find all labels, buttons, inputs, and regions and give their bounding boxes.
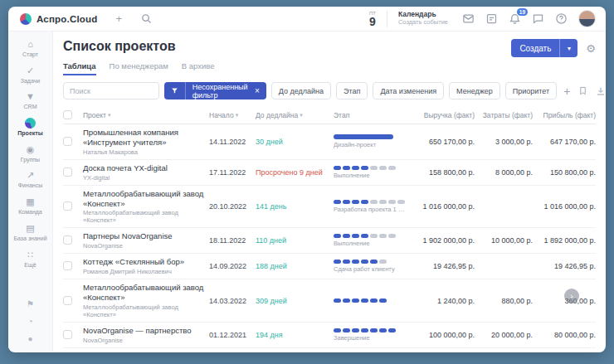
filter-button[interactable]: Дата изменения: [373, 82, 444, 99]
table-row[interactable]: Металлообрабатывающий завод «Конспект» М…: [63, 279, 596, 323]
search-icon[interactable]: [140, 12, 153, 25]
table-row[interactable]: NovaOrganise — партнерство NovaOrganise …: [63, 323, 596, 348]
profit-value: 19 426,95 р.: [533, 262, 596, 270]
stage-progress-bar: [334, 298, 407, 303]
page-settings-gear-icon[interactable]: ⚙: [586, 43, 596, 54]
stage-segment: [388, 234, 396, 238]
row-checkbox[interactable]: [63, 330, 72, 339]
sidebar-item-ещё[interactable]: ∷Ещё: [8, 246, 52, 273]
active-filter-chip[interactable]: Несохраненный фильтр ×: [164, 82, 266, 99]
notifications-bell-icon[interactable]: 19: [509, 12, 521, 25]
sidebar-item-crm[interactable]: ▼CRM: [8, 88, 52, 114]
scroll-right-button[interactable]: ›: [564, 289, 579, 303]
filter-button[interactable]: Приоритет: [505, 82, 557, 99]
filter-button[interactable]: Этап: [336, 82, 368, 99]
row-checkbox[interactable]: [63, 296, 72, 305]
search-input[interactable]: [63, 82, 159, 99]
project-title[interactable]: Партнеры NovaOrganise: [83, 231, 209, 241]
tab-archived[interactable]: В архиве: [182, 61, 215, 75]
row-checkbox[interactable]: [63, 167, 72, 177]
project-title[interactable]: Металлообрабатывающий завод «Конспект»: [83, 283, 209, 303]
column-header-profit[interactable]: Прибыль (факт): [533, 111, 596, 119]
project-title[interactable]: Коттедж «Стеклянный бор»: [83, 257, 209, 267]
add-filter-icon[interactable]: +: [562, 85, 572, 98]
sidebar-item-финансы[interactable]: ↗Финансы: [8, 167, 52, 193]
start-date: 14.03.2022: [209, 297, 256, 305]
help-icon[interactable]: [555, 12, 568, 25]
stage-segment: [334, 166, 341, 170]
profit-value: 647 170,00 р.: [533, 138, 596, 146]
sidebar-item-старт[interactable]: ⌂Старт: [8, 36, 52, 62]
stage-segment: [352, 260, 359, 264]
stage-label: Дизайн-проект: [334, 141, 407, 148]
column-header-revenue[interactable]: Выручка (факт): [413, 111, 475, 119]
sidebar-item-команда[interactable]: ▦Команда: [8, 193, 52, 220]
sidebar-item-группы[interactable]: ◉Группы: [8, 141, 52, 167]
notes-icon[interactable]: [485, 12, 498, 25]
chat-circle-icon[interactable]: ●: [27, 334, 32, 343]
table-row[interactable]: ХМАО- Сургут 01.12.2022 Просрочено 7 дне…: [63, 348, 596, 352]
calendar-date[interactable]: ПТ 9: [369, 11, 376, 27]
start-date: 14.11.2022: [209, 138, 256, 146]
row-checkbox[interactable]: [63, 137, 72, 146]
table-row[interactable]: Партнеры NovaOrganise NovaOrganise 18.11…: [63, 228, 596, 254]
download-icon[interactable]: [594, 86, 606, 96]
column-header-start[interactable]: Начало▾: [209, 111, 256, 119]
project-title[interactable]: Металлообрабатывающий завод «Конспект»: [83, 189, 209, 209]
quick-add-button[interactable]: +: [116, 13, 123, 24]
sidebar-item-label: Группы: [21, 157, 40, 163]
stage-segment: [334, 260, 341, 264]
table-row[interactable]: Металлообрабатывающий завод «Конспект» М…: [63, 186, 596, 229]
row-checkbox[interactable]: [63, 261, 72, 270]
help-circle-icon[interactable]: ◔: [27, 317, 32, 326]
tab-table[interactable]: Таблица: [63, 61, 96, 75]
home-icon: ⌂: [27, 39, 33, 50]
select-all-checkbox[interactable]: [63, 110, 72, 119]
funnel-icon: [164, 87, 185, 95]
column-header-stage[interactable]: Этап: [334, 111, 413, 119]
column-header-costs[interactable]: Затраты (факт): [475, 111, 533, 119]
calendar-widget[interactable]: Календарь Создать событие: [398, 11, 448, 26]
sidebar-item-label: Финансы: [18, 182, 42, 189]
sidebar-item-задачи[interactable]: ✓Задачи: [8, 62, 52, 89]
tab-by-managers[interactable]: По менеджерам: [110, 61, 168, 75]
row-checkbox[interactable]: [63, 235, 72, 245]
start-date: 17.11.2022: [209, 168, 256, 177]
clear-filter-icon[interactable]: ×: [253, 86, 266, 95]
chevron-down-icon[interactable]: ▼: [560, 46, 577, 51]
deadline-value: 141 день: [256, 202, 334, 211]
project-title[interactable]: NovaOrganise — партнерство: [83, 326, 209, 336]
deadline-value: 110 дней: [256, 236, 334, 245]
column-header-deadline[interactable]: До дедлайна▾: [256, 111, 334, 119]
flag-icon[interactable]: ⚑: [27, 299, 34, 308]
mail-icon[interactable]: [462, 12, 475, 25]
column-header-project[interactable]: Проект▾: [83, 111, 209, 119]
stage-segment: [388, 200, 396, 204]
knowledge-base-icon: ▤: [26, 223, 34, 234]
table-row[interactable]: Промышленная компания «Инструмент учител…: [63, 124, 596, 160]
sort-chevron-icon: ▾: [236, 112, 239, 119]
stage-label: Завершение: [334, 334, 407, 342]
sidebar-item-проекты[interactable]: Проекты: [8, 114, 52, 141]
project-subtitle: Металлообрабатывающий завод «Конспект»: [83, 303, 209, 318]
filter-button[interactable]: Менеджер: [449, 82, 500, 99]
user-avatar[interactable]: [578, 10, 596, 27]
sidebar-item-база-знаний[interactable]: ▤База знаний: [8, 220, 52, 246]
sidebar-item-label: Проекты: [17, 130, 42, 137]
project-title[interactable]: Промышленная компания «Инструмент учител…: [83, 128, 209, 148]
brand-logo-icon: [20, 13, 32, 25]
table-row[interactable]: Коттедж «Стеклянный бор» Романов Дмитрий…: [63, 254, 596, 279]
project-title[interactable]: Доска почета YX-digital: [83, 163, 209, 173]
project-subtitle: NovaOrganise: [83, 242, 209, 250]
create-button[interactable]: Создать ▼: [511, 39, 577, 57]
stage-segment: [370, 328, 378, 332]
deadline-value: 188 дней: [256, 262, 334, 270]
table-row[interactable]: Доска почета YX-digital YX-digital 17.11…: [63, 160, 596, 186]
deadline-value: 30 дней: [256, 138, 334, 146]
row-checkbox[interactable]: [63, 201, 72, 211]
sidebar-nav: ⌂Старт✓Задачи▼CRMПроекты◉Группы↗Финансы▦…: [8, 32, 53, 352]
bookmark-icon[interactable]: [577, 86, 589, 95]
chat-icon[interactable]: [532, 12, 544, 25]
project-subtitle: Романов Дмитрий Николаевич: [83, 268, 209, 275]
filter-button[interactable]: До дедлайна: [271, 82, 331, 99]
